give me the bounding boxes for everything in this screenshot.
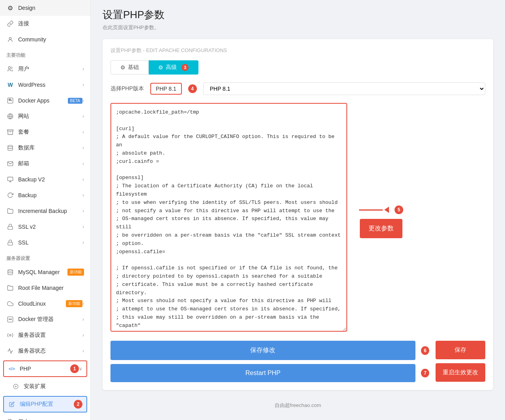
wordpress-chevron: › [82, 82, 84, 88]
sidebar-item-backup[interactable]: Backup › [0, 187, 90, 203]
sidebar-item-server-settings[interactable]: 服务器设置 › [0, 327, 90, 343]
community-icon [6, 35, 14, 43]
sidebar-item-ssl-v2[interactable]: SSL v2 › [0, 219, 90, 235]
main-card: 设置PHP参数 - EDIT APACHE CONFIGURATIONS ⚙ 基… [103, 39, 493, 390]
svg-point-1 [8, 67, 10, 69]
sidebar-item-design[interactable]: ⚙ Design [0, 0, 90, 16]
editor-wrap: ;opcache.lockfile_path=/tmp [curl] ; A d… [110, 103, 347, 333]
ssl-v2-icon [6, 223, 14, 231]
sidebar-item-connect[interactable]: 连接 [0, 16, 90, 32]
php-version-label: 选择PHP版本 [110, 85, 144, 92]
sidebar-item-community[interactable]: Community [0, 32, 90, 47]
sidebar-item-root-file-manager[interactable]: Root File Manager [0, 280, 90, 296]
packages-icon [6, 128, 14, 136]
tab-advanced[interactable]: ⚙ 高级 3 [149, 60, 198, 75]
sidebar-item-edit-php-config[interactable]: 编辑PHP配置 2 [4, 397, 86, 412]
sidebar-item-php[interactable]: </> PHP 1 ∨ [4, 361, 86, 376]
sidebar-item-website[interactable]: 网站 › [0, 108, 90, 124]
php-icon: </> [8, 365, 16, 373]
svg-point-7 [8, 145, 13, 147]
php-version-badge: 4 [188, 84, 197, 93]
save-label-button[interactable]: 保存 [436, 341, 485, 359]
tab-basic-icon: ⚙ [120, 64, 125, 71]
design-icon: ⚙ [6, 4, 14, 12]
save-modify-button[interactable]: 保存修改 [110, 341, 415, 360]
server-status-icon [6, 347, 14, 355]
backup-icon [6, 191, 14, 199]
packages-chevron: › [82, 129, 84, 135]
ssl-chevron: › [82, 240, 84, 245]
action-area: 保存修改 6 Restart PHP 7 保存 重启生效更改 [110, 341, 485, 382]
users-icon [6, 65, 14, 73]
restart-button[interactable]: Restart PHP [110, 364, 415, 382]
sidebar-item-mysql[interactable]: MySQL Manager 新功能 [0, 264, 90, 280]
card-header-text: 设置PHP参数 [110, 47, 142, 53]
mysql-badge: 新功能 [67, 269, 84, 276]
server-settings-chevron: › [82, 332, 84, 338]
sidebar-item-backup-v2[interactable]: Backup V2 › [0, 172, 90, 187]
sidebar-item-users[interactable]: 用户 › [0, 61, 90, 77]
php-version-value: PHP 8.1 [150, 83, 182, 95]
sidebar-item-packages[interactable]: 套餐 › [0, 124, 90, 140]
backup-v2-icon [6, 175, 14, 183]
change-param-badge: 5 [395, 205, 403, 214]
php-version-select[interactable]: PHP 8.1 PHP 8.0 PHP 7.4 PHP 7.3 [203, 82, 485, 95]
database-chevron: › [82, 145, 84, 151]
sidebar-item-docker-manage[interactable]: Docker 管理器 › [0, 312, 90, 327]
connect-icon [6, 20, 14, 28]
sidebar-item-server-status[interactable]: 服务器状态 › [0, 343, 90, 359]
edit-php-num-badge: 2 [74, 400, 82, 409]
section-server-title: 服务器设置 [0, 250, 90, 264]
svg-rect-9 [8, 226, 13, 229]
main-content: 设置PHP参数 在此页面设置PHP参数。 设置PHP参数 - EDIT APAC… [91, 0, 505, 420]
install-ext-icon [12, 383, 20, 390]
php-box: </> PHP 1 ∨ [3, 360, 87, 377]
sidebar-item-docker-apps[interactable]: Docker Apps BETA › [0, 93, 90, 108]
server-settings-icon [6, 331, 14, 339]
change-param-button[interactable]: 更改参数 [360, 219, 402, 238]
editor-section: ;opcache.lockfile_path=/tmp [curl] ; A d… [110, 103, 485, 333]
cloudlinux-badge: 新功能 [66, 300, 82, 307]
change-param-area: 5 更改参数 [359, 205, 403, 238]
docker-manage-chevron: › [82, 317, 84, 322]
tab-basic[interactable]: ⚙ 基础 [110, 60, 149, 75]
website-icon [6, 112, 14, 120]
database-icon [6, 144, 14, 152]
sidebar-item-mail[interactable]: 邮箱 › [0, 156, 90, 172]
php-chevron: ∨ [79, 366, 82, 371]
php-version-row: 选择PHP版本 PHP 8.1 4 PHP 8.1 PHP 8.0 PHP 7.… [110, 82, 485, 95]
php-config-editor[interactable]: ;opcache.lockfile_path=/tmp [curl] ; A d… [110, 103, 347, 332]
backup-chevron: › [82, 192, 84, 198]
edit-php-config-icon [8, 400, 16, 408]
wordpress-icon: W [6, 81, 14, 89]
users-chevron: › [82, 66, 84, 72]
mail-icon [6, 160, 14, 168]
docker-apps-icon [6, 97, 14, 105]
sidebar-item-install-extensions[interactable]: 安装扩展 [0, 379, 90, 394]
arrow-row: 5 [359, 205, 403, 214]
tab-advanced-icon: ⚙ [158, 64, 163, 71]
php-num-badge: 1 [70, 364, 79, 373]
sidebar-item-cloudlinux[interactable]: CloudLinux 新功能 › [0, 296, 90, 312]
logs-icon [6, 418, 14, 420]
svg-point-0 [9, 37, 11, 39]
restart-label-button[interactable]: 重启生效更改 [436, 363, 485, 382]
tabs-bar: ⚙ 基础 ⚙ 高级 3 [110, 60, 485, 75]
sidebar-item-ssl[interactable]: SSL › [0, 235, 90, 250]
sidebar-item-logs[interactable]: 日志 › [0, 414, 90, 420]
page-subtitle: 在此页面设置PHP参数。 [103, 24, 493, 31]
svg-rect-5 [7, 130, 13, 131]
docker-manage-icon [6, 315, 14, 323]
save-badge: 6 [421, 346, 429, 355]
sidebar-item-database[interactable]: 数据库 › [0, 140, 90, 156]
incremental-backup-chevron: › [82, 208, 84, 214]
sidebar-item-wordpress[interactable]: W WordPress › [0, 77, 90, 93]
card-subheader-text: - EDIT APACHE CONFIGURATIONS [143, 47, 227, 53]
sidebar-item-incremental-backup[interactable]: Incremental Backup › [0, 203, 90, 219]
side-labels: 保存 重启生效更改 [436, 341, 485, 382]
docker-apps-badge: BETA [68, 98, 82, 104]
cloudlinux-icon [6, 300, 14, 308]
website-chevron: › [82, 114, 84, 119]
server-status-chevron: › [82, 348, 84, 354]
arrow-line [359, 209, 383, 211]
